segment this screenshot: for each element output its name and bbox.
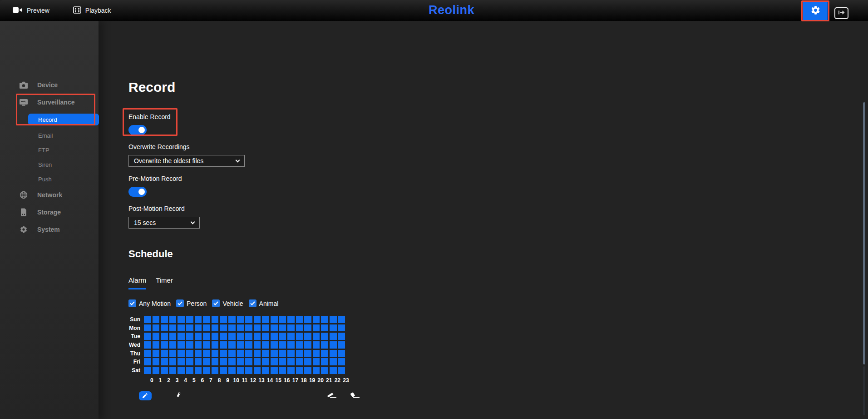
filter-person[interactable]: Person xyxy=(176,299,207,307)
filter-any-motion[interactable]: Any Motion xyxy=(128,299,171,307)
schedule-cell[interactable] xyxy=(195,350,202,357)
enable-record-toggle[interactable] xyxy=(128,125,147,135)
schedule-cell[interactable] xyxy=(161,333,168,340)
schedule-cell[interactable] xyxy=(321,350,328,357)
tab-timer[interactable]: Timer xyxy=(156,276,173,289)
schedule-cell[interactable] xyxy=(169,316,177,323)
schedule-cell[interactable] xyxy=(338,350,345,357)
schedule-cell[interactable] xyxy=(220,358,227,365)
schedule-cell[interactable] xyxy=(313,324,320,332)
schedule-cell[interactable] xyxy=(195,367,202,374)
schedule-cell[interactable] xyxy=(338,324,345,332)
schedule-cell[interactable] xyxy=(153,324,160,332)
schedule-cell[interactable] xyxy=(304,333,311,340)
sidebar-item-surveillance[interactable]: Surveillance xyxy=(0,94,99,111)
schedule-cell[interactable] xyxy=(313,341,320,349)
schedule-cell[interactable] xyxy=(254,350,261,357)
schedule-cell[interactable] xyxy=(178,316,185,323)
schedule-cell[interactable] xyxy=(228,341,236,349)
schedule-cell[interactable] xyxy=(153,350,160,357)
schedule-cell[interactable] xyxy=(237,367,244,374)
sidebar-item-storage[interactable]: Storage xyxy=(0,204,99,221)
eraser-all-tool-button[interactable] xyxy=(349,391,360,400)
schedule-cell[interactable] xyxy=(330,316,337,323)
schedule-cell[interactable] xyxy=(144,367,151,374)
schedule-cell[interactable] xyxy=(237,316,244,323)
schedule-cell[interactable] xyxy=(245,350,252,357)
schedule-cell[interactable] xyxy=(237,324,244,332)
schedule-cell[interactable] xyxy=(237,358,244,365)
schedule-cell[interactable] xyxy=(304,358,311,365)
schedule-cell[interactable] xyxy=(212,333,219,340)
schedule-cell[interactable] xyxy=(186,341,193,349)
filter-animal[interactable]: Animal xyxy=(249,299,279,307)
schedule-cell[interactable] xyxy=(212,350,219,357)
schedule-cell[interactable] xyxy=(144,341,151,349)
schedule-cell[interactable] xyxy=(220,324,227,332)
schedule-cell[interactable] xyxy=(279,350,286,357)
schedule-cell[interactable] xyxy=(220,341,227,349)
schedule-cell[interactable] xyxy=(144,316,151,323)
filter-vehicle[interactable]: Vehicle xyxy=(212,299,243,307)
schedule-cell[interactable] xyxy=(338,358,345,365)
tab-preview[interactable]: Preview xyxy=(13,6,49,15)
sidebar-subitem-ftp[interactable]: FTP xyxy=(0,143,99,157)
schedule-cell[interactable] xyxy=(254,333,261,340)
schedule-cell[interactable] xyxy=(245,324,252,332)
schedule-cell[interactable] xyxy=(330,341,337,349)
schedule-cell[interactable] xyxy=(338,333,345,340)
schedule-cell[interactable] xyxy=(271,324,278,332)
schedule-cell[interactable] xyxy=(271,350,278,357)
schedule-cell[interactable] xyxy=(169,358,177,365)
schedule-cell[interactable] xyxy=(161,350,168,357)
sidebar-subitem-siren[interactable]: Siren xyxy=(0,157,99,172)
schedule-cell[interactable] xyxy=(279,341,286,349)
schedule-cell[interactable] xyxy=(203,341,210,349)
schedule-cell[interactable] xyxy=(212,324,219,332)
schedule-cell[interactable] xyxy=(237,350,244,357)
schedule-cell[interactable] xyxy=(153,316,160,323)
schedule-cell[interactable] xyxy=(186,333,193,340)
schedule-cell[interactable] xyxy=(228,358,236,365)
schedule-cell[interactable] xyxy=(330,350,337,357)
schedule-cell[interactable] xyxy=(254,316,261,323)
schedule-cell[interactable] xyxy=(203,333,210,340)
schedule-cell[interactable] xyxy=(195,333,202,340)
schedule-cell[interactable] xyxy=(287,358,295,365)
schedule-cell[interactable] xyxy=(330,358,337,365)
schedule-cell[interactable] xyxy=(262,341,269,349)
schedule-cell[interactable] xyxy=(228,316,236,323)
schedule-cell[interactable] xyxy=(195,341,202,349)
schedule-cell[interactable] xyxy=(313,333,320,340)
schedule-cell[interactable] xyxy=(296,316,303,323)
checkbox-checked-icon[interactable] xyxy=(249,299,256,307)
schedule-cell[interactable] xyxy=(178,367,185,374)
post-motion-select[interactable]: 15 secs xyxy=(128,217,200,229)
schedule-cell[interactable] xyxy=(203,350,210,357)
schedule-cell[interactable] xyxy=(279,333,286,340)
schedule-cell[interactable] xyxy=(338,341,345,349)
schedule-cell[interactable] xyxy=(321,324,328,332)
schedule-cell[interactable] xyxy=(262,333,269,340)
sidebar-subitem-email[interactable]: Email xyxy=(0,128,99,143)
schedule-cell[interactable] xyxy=(220,367,227,374)
schedule-cell[interactable] xyxy=(296,367,303,374)
schedule-cell[interactable] xyxy=(271,333,278,340)
schedule-cell[interactable] xyxy=(271,367,278,374)
schedule-cell[interactable] xyxy=(169,367,177,374)
schedule-cell[interactable] xyxy=(321,367,328,374)
schedule-cell[interactable] xyxy=(279,324,286,332)
schedule-cell[interactable] xyxy=(330,333,337,340)
schedule-cell[interactable] xyxy=(220,333,227,340)
checkbox-checked-icon[interactable] xyxy=(128,299,136,307)
schedule-cell[interactable] xyxy=(304,316,311,323)
schedule-cell[interactable] xyxy=(296,324,303,332)
schedule-cell[interactable] xyxy=(313,358,320,365)
pen-tool-button[interactable] xyxy=(139,391,152,400)
schedule-cell[interactable] xyxy=(254,324,261,332)
schedule-cell[interactable] xyxy=(296,358,303,365)
schedule-cell[interactable] xyxy=(279,367,286,374)
schedule-cell[interactable] xyxy=(313,367,320,374)
tab-alarm[interactable]: Alarm xyxy=(128,276,146,289)
schedule-cell[interactable] xyxy=(245,316,252,323)
